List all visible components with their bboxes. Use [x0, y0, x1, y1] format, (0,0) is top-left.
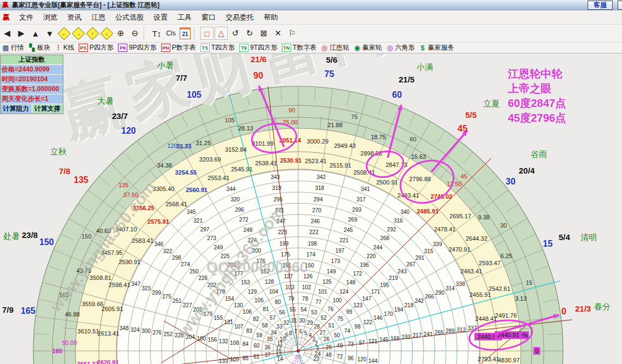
svg-text:296: 296 [235, 207, 244, 213]
wheel-label-165: 165 [21, 306, 35, 316]
rect-tool-icon[interactable]: □ [200, 27, 214, 40]
wheel-label-7/9: 7/9 [2, 305, 14, 314]
svg-text:2695.17: 2695.17 [449, 213, 471, 219]
svg-text:272: 272 [239, 217, 248, 223]
svg-text:173: 173 [331, 258, 340, 264]
svg-text:3.13: 3.13 [515, 295, 526, 302]
cls-icon[interactable]: Cls [164, 27, 177, 40]
wheel-label-谷雨: 谷雨 [531, 150, 547, 160]
ribbon-item-P数字表[interactable]: PNP数字表 [161, 43, 196, 52]
zoom-out-icon[interactable]: ⊖ [128, 27, 141, 40]
wheel-label-21/3: 21/3 [575, 304, 591, 313]
pan-left-icon[interactable]: ← [57, 27, 70, 40]
svg-text:146: 146 [374, 315, 383, 321]
menu-item-7[interactable]: 窗口 [197, 11, 221, 23]
wheel-label-135: 135 [74, 175, 88, 185]
svg-text:3407.10: 3407.10 [115, 226, 137, 232]
ribbon-item-K线[interactable]: ⫶K线 [55, 43, 74, 52]
forum-button[interactable]: 论坛 [618, 1, 622, 10]
wheel-label-清明: 清明 [580, 232, 597, 243]
ribbon-item-六角形[interactable]: ◎六角形 [386, 43, 414, 52]
svg-text:108: 108 [230, 340, 239, 346]
compress-icon[interactable]: ✕ [271, 27, 285, 40]
江恩轮-icon: ◎ [321, 44, 328, 51]
svg-text:224: 224 [248, 237, 257, 243]
svg-text:219: 219 [389, 275, 398, 281]
ribbon-item-板块[interactable]: ▚板块 [28, 43, 50, 52]
up-arrow-icon[interactable]: ▲ [29, 27, 42, 40]
menu-item-9[interactable]: 帮助 [259, 11, 283, 23]
triangle-tool-icon[interactable]: △ [215, 27, 228, 40]
menu-item-3[interactable]: 江恩 [86, 11, 110, 23]
ribbon-item-T四方形[interactable]: TST四方形 [200, 43, 235, 52]
svg-text:2949.43: 2949.43 [334, 142, 356, 149]
svg-text:90: 90 [288, 107, 295, 114]
flag-icon[interactable]: ⚐ [286, 27, 299, 40]
svg-text:2485.91: 2485.91 [417, 208, 439, 214]
ribbon-item-江恩轮[interactable]: ◎江恩轮 [321, 43, 349, 52]
menu-item-8[interactable]: 交易委托 [221, 11, 259, 23]
svg-text:295: 295 [274, 196, 283, 202]
svg-text:37.50: 37.50 [123, 192, 139, 198]
pan-down-icon[interactable]: ↓ [100, 27, 113, 40]
svg-text:176: 176 [256, 258, 265, 264]
ribbon-item-行情[interactable]: ▦行情 [2, 43, 24, 52]
menu-item-1[interactable]: 浏览 [38, 11, 62, 23]
vertical-scale-icon[interactable]: T↕ [150, 27, 163, 40]
zoom-in-icon[interactable]: ⊕ [114, 27, 127, 40]
rotate-ccw-icon[interactable]: ↺ [229, 27, 242, 40]
svg-text:197: 197 [335, 248, 345, 254]
menu-item-5[interactable]: 设置 [149, 11, 173, 23]
calc-support-button[interactable]: 计算支撑 [32, 104, 63, 114]
svg-text:273: 273 [207, 235, 216, 241]
svg-text:265: 265 [435, 330, 444, 336]
svg-text:2593.47: 2593.47 [479, 260, 501, 266]
行情-icon: ▦ [2, 44, 9, 51]
svg-text:37: 37 [265, 352, 271, 358]
svg-text:2: 2 [315, 341, 318, 347]
svg-text:218: 218 [405, 302, 414, 308]
svg-text:2746.02: 2746.02 [430, 193, 452, 200]
pan-right-icon[interactable]: → [72, 27, 85, 40]
wheel-label-立秋: 立秋 [50, 147, 67, 157]
pan-up-icon[interactable]: ↑ [86, 27, 99, 40]
svg-text:195: 195 [380, 282, 389, 288]
svg-text:220: 220 [366, 253, 376, 259]
ribbon-item-赢家服务[interactable]: $赢家服务 [419, 43, 454, 52]
svg-text:300: 300 [141, 328, 151, 334]
calendar-icon[interactable]: 21 [179, 27, 192, 40]
svg-text:105: 105 [254, 297, 264, 303]
wheel-label-5/5: 5/5 [465, 110, 477, 120]
svg-text:3: 3 [312, 336, 316, 342]
svg-text:25.00: 25.00 [283, 119, 298, 126]
menu-item-4[interactable]: 公式选股 [110, 11, 149, 23]
calc-resistance-button[interactable]: 计算阻力 [1, 104, 32, 114]
svg-text:244: 244 [374, 244, 383, 250]
wheel-label-大暑: 大暑 [97, 96, 114, 106]
svg-text:266: 266 [425, 294, 434, 300]
menu-item-2[interactable]: 资讯 [62, 11, 86, 23]
svg-text:2575.91: 2575.91 [147, 218, 169, 225]
svg-text:3051.14: 3051.14 [279, 137, 301, 144]
ribbon-item-T数字表[interactable]: TNT数字表 [282, 43, 316, 52]
rotate-cw-icon[interactable]: ↻ [243, 27, 256, 40]
svg-text:194: 194 [394, 307, 404, 313]
ribbon-item-赢家轮[interactable]: ◉赢家轮 [353, 43, 382, 52]
boxed-x-icon[interactable]: ⊠ [257, 27, 270, 40]
next-arrow-icon[interactable]: ▶ [15, 27, 28, 40]
menu-item-6[interactable]: 工具 [173, 11, 197, 23]
T四方形-icon: TS [200, 44, 210, 52]
svg-text:2491.76: 2491.76 [495, 312, 517, 319]
down-arrow-icon[interactable]: ▼ [43, 27, 56, 40]
wheel-label-5/6: 5/6 [326, 55, 337, 64]
svg-text:58: 58 [262, 323, 269, 329]
svg-text:7: 7 [294, 329, 298, 335]
svg-text:342: 342 [317, 174, 326, 180]
prev-arrow-icon[interactable]: ◀ [1, 27, 14, 40]
ribbon-item-P四方形[interactable]: PSP四方形 [79, 43, 114, 52]
ribbon-item-9P四方形[interactable]: P99P四方形 [118, 43, 157, 52]
menu-item-0[interactable]: 文件 [14, 11, 38, 23]
customer-service-button[interactable]: 客服 [588, 1, 613, 10]
gann-wheel-chart[interactable]: 01530456075901051201351501651800%3.136.2… [0, 53, 622, 364]
ribbon-item-9T四方形[interactable]: T99T四方形 [239, 43, 277, 52]
